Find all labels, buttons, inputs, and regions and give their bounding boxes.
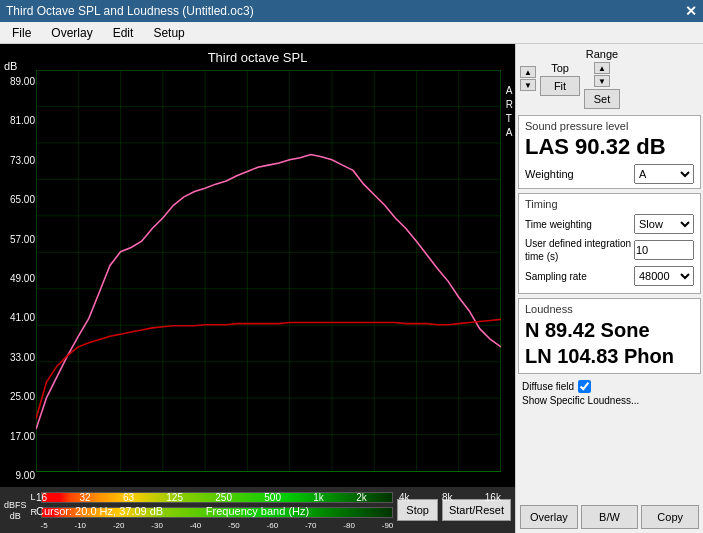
close-button[interactable]: ✕	[685, 3, 697, 19]
scale-m80: -80	[343, 521, 355, 530]
overlay-button[interactable]: Overlay	[520, 505, 578, 529]
y-25: 25.00	[0, 391, 38, 402]
top-up-arrow[interactable]: ▲	[520, 66, 536, 78]
integration-input[interactable]	[634, 240, 694, 260]
fit-button[interactable]: Fit	[540, 76, 580, 96]
chart-area: Third octave SPL dB A R T A 89.00 81.00 …	[0, 44, 515, 533]
show-specific-row: Show Specific Loudness...	[522, 395, 697, 406]
x-32: 32	[79, 492, 90, 503]
range-down-arrow[interactable]: ▼	[594, 75, 610, 87]
integration-row: User defined integration time (s)	[525, 237, 694, 263]
bottom-buttons: Overlay B/W Copy	[518, 501, 701, 531]
y-axis: 89.00 81.00 73.00 65.00 57.00 49.00 41.0…	[0, 74, 38, 483]
x-4k: 4k	[399, 492, 410, 503]
timing-title: Timing	[525, 198, 694, 210]
scale-m30: -30	[151, 521, 163, 530]
loudness-title: Loudness	[525, 303, 694, 315]
range-label: Range	[586, 48, 618, 60]
x-125: 125	[166, 492, 183, 503]
x-2k: 2k	[356, 492, 367, 503]
freq-axis-label: Frequency band (Hz)	[206, 505, 309, 517]
scale-m50: -50	[228, 521, 240, 530]
db-axis-label: dB	[4, 60, 17, 72]
scale-m90: -90	[382, 521, 394, 530]
y-49: 49.00	[0, 273, 38, 284]
range-group: Range ▲ ▼ Set	[584, 48, 620, 109]
right-panel: ▲ ▼ Top Fit Range ▲ ▼ Set Sound pressure…	[515, 44, 703, 533]
menu-file[interactable]: File	[4, 24, 39, 42]
y-41: 41.00	[0, 312, 38, 323]
time-weighting-label: Time weighting	[525, 218, 592, 231]
y-17: 17.00	[0, 431, 38, 442]
arta-r: R	[506, 98, 513, 112]
scale-m70: -70	[305, 521, 317, 530]
title-text: Third Octave SPL and Loudness (Untitled.…	[6, 4, 254, 18]
top-label: Top	[551, 62, 569, 74]
weighting-label: Weighting	[525, 168, 574, 180]
sampling-select[interactable]: 48000 44100 96000	[634, 266, 694, 286]
timing-box: Timing Time weighting Slow Fast Impulse …	[518, 193, 701, 294]
x-axis: 16 32 63 125 250 500 1k 2k 4k 8k 16k	[36, 492, 501, 503]
x-16: 16	[36, 492, 47, 503]
spl-value: LAS 90.32 dB	[525, 134, 694, 160]
scale-m10: -10	[74, 521, 86, 530]
x-63: 63	[123, 492, 134, 503]
scale-m20: -20	[113, 521, 125, 530]
arta-label: A R T A	[506, 84, 513, 140]
scale-m60: -60	[267, 521, 279, 530]
arta-a: A	[506, 84, 513, 98]
x-16k: 16k	[485, 492, 501, 503]
range-up-arrow[interactable]: ▲	[594, 62, 610, 74]
y-57: 57.00	[0, 234, 38, 245]
bw-button[interactable]: B/W	[581, 505, 639, 529]
meter-labels: dBFS dB	[4, 500, 27, 521]
sampling-label: Sampling rate	[525, 270, 587, 283]
top-fit-group: Top Fit	[540, 62, 580, 96]
set-button[interactable]: Set	[584, 89, 620, 109]
diffuse-field-label: Diffuse field	[522, 381, 574, 392]
top-arrows: ▲ ▼	[520, 66, 536, 91]
menu-setup[interactable]: Setup	[145, 24, 192, 42]
sampling-row: Sampling rate 48000 44100 96000	[525, 266, 694, 286]
top-down-arrow[interactable]: ▼	[520, 79, 536, 91]
diffuse-field-checkbox[interactable]	[578, 380, 591, 393]
arta-a2: A	[506, 126, 513, 140]
time-weighting-select[interactable]: Slow Fast Impulse	[634, 214, 694, 234]
x-8k: 8k	[442, 492, 453, 503]
y-81: 81.00	[0, 115, 38, 126]
copy-button[interactable]: Copy	[641, 505, 699, 529]
range-arrows: ▲ ▼	[594, 62, 610, 87]
loudness-ln-value: LN 104.83 Phon	[525, 343, 694, 369]
y-9: 9.00	[0, 470, 38, 481]
y-89: 89.00	[0, 76, 38, 87]
scale-m5: -5	[41, 521, 48, 530]
chart-title: Third octave SPL	[0, 46, 515, 67]
y-33: 33.00	[0, 352, 38, 363]
loudness-n-value: N 89.42 Sone	[525, 317, 694, 343]
menu-bar: File Overlay Edit Setup	[0, 22, 703, 44]
arta-t: T	[506, 112, 513, 126]
menu-edit[interactable]: Edit	[105, 24, 142, 42]
spl-box: Sound pressure level LAS 90.32 dB Weight…	[518, 115, 701, 189]
time-weighting-row: Time weighting Slow Fast Impulse	[525, 214, 694, 234]
y-73: 73.00	[0, 155, 38, 166]
options-area: Diffuse field Show Specific Loudness...	[518, 378, 701, 410]
db-label: dB	[10, 511, 21, 521]
spl-title: Sound pressure level	[525, 120, 694, 132]
title-bar: Third Octave SPL and Loudness (Untitled.…	[0, 0, 703, 22]
weighting-select[interactable]: A B C Z	[634, 164, 694, 184]
chart-svg	[36, 70, 501, 472]
cursor-label: Cursor: 20.0 Hz, 37.09 dB	[36, 505, 163, 517]
x-500: 500	[264, 492, 281, 503]
loudness-box: Loudness N 89.42 Sone LN 104.83 Phon	[518, 298, 701, 374]
weighting-row: Weighting A B C Z	[525, 164, 694, 184]
show-specific-label: Show Specific Loudness...	[522, 395, 639, 406]
top-controls: ▲ ▼ Top Fit Range ▲ ▼ Set	[518, 46, 701, 111]
dbfs-label: dBFS	[4, 500, 27, 510]
diffuse-field-row: Diffuse field	[522, 380, 697, 393]
x-1k: 1k	[313, 492, 324, 503]
y-65: 65.00	[0, 194, 38, 205]
main-content: Third octave SPL dB A R T A 89.00 81.00 …	[0, 44, 703, 533]
scale-m40: -40	[190, 521, 202, 530]
menu-overlay[interactable]: Overlay	[43, 24, 100, 42]
